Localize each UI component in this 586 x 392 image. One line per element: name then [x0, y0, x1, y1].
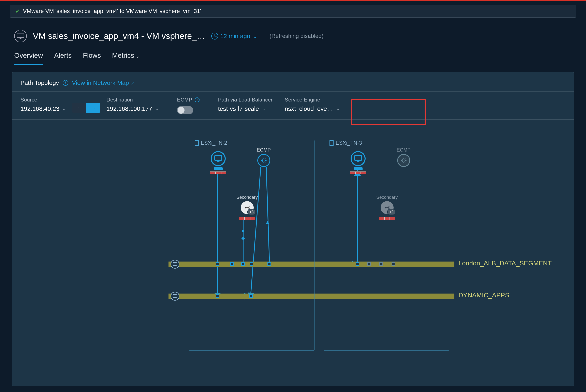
port[interactable]	[249, 294, 253, 298]
secondary-node-1[interactable]: +3	[241, 201, 254, 214]
destination-label: Destination	[106, 97, 159, 103]
svg-point-23	[389, 206, 390, 207]
external-link-icon: ↗	[131, 80, 135, 86]
vm-header-icon	[14, 30, 27, 42]
segment-icon[interactable]: ☰	[171, 292, 179, 301]
host-box-2: ESXi_TN-3	[324, 140, 449, 351]
ecmp-node-2[interactable]	[397, 154, 410, 167]
port[interactable]	[379, 262, 383, 266]
highlight-annotation	[351, 99, 426, 125]
host-header-1[interactable]: ESXi_TN-2	[193, 140, 229, 146]
check-icon: ✔	[16, 8, 20, 14]
port[interactable]	[241, 262, 245, 266]
monitor-icon	[17, 33, 24, 39]
direction-right-button[interactable]: →	[86, 103, 100, 113]
port[interactable]	[216, 262, 219, 266]
chevron-down-icon: ⌄	[63, 106, 66, 111]
chevron-down-icon: ⌄	[136, 54, 140, 59]
svg-rect-16	[355, 156, 362, 160]
search-text: VMware VM 'sales_invoice_app_vm4' to VMw…	[23, 8, 201, 14]
segment-label-2: DYNAMIC_APPS	[458, 292, 509, 299]
host-icon	[195, 140, 199, 146]
source-dropdown[interactable]: 192.168.40.23 ⌄	[21, 105, 66, 113]
source-label: Source	[21, 97, 66, 103]
direction-toggle[interactable]: ← →	[72, 103, 100, 113]
port[interactable]	[356, 262, 359, 266]
port[interactable]	[216, 294, 219, 298]
nic-bar	[350, 172, 366, 174]
info-icon[interactable]: i	[195, 98, 199, 102]
nic-bar	[210, 172, 226, 174]
service-engine-dropdown[interactable]: nsxt_cloud_ove… ⌄	[285, 105, 340, 113]
ecmp-toggle[interactable]	[177, 106, 193, 114]
svg-rect-13	[215, 156, 222, 160]
info-icon[interactable]: i	[63, 80, 68, 86]
topology-canvas[interactable]: ☰ ☰ London_ALB_DATA_SEGMENT DYNAMIC_APPS…	[12, 140, 574, 373]
chevron-down-icon: ⌄	[262, 106, 265, 111]
clock-icon	[211, 32, 218, 40]
secondary-label-2: Secondary	[376, 195, 398, 200]
destination-dropdown[interactable]: 192.168.100.177 ⌄	[106, 105, 159, 113]
segment-label-1: London_ALB_DATA_SEGMENT	[458, 260, 551, 267]
host-icon	[330, 140, 334, 146]
chevron-down-icon: ⌄	[252, 32, 257, 40]
direction-left-button[interactable]: ←	[72, 103, 86, 113]
load-balancer-label: Path via Load Balancer	[218, 97, 272, 103]
page-title: VM sales_invoice_app_vm4 - VM vsphere_…	[33, 31, 205, 41]
tab-overview[interactable]: Overview	[14, 52, 43, 65]
port[interactable]	[250, 262, 253, 266]
port[interactable]	[392, 262, 395, 266]
vm-node-1[interactable]	[211, 151, 226, 166]
tab-flows[interactable]: Flows	[83, 52, 101, 65]
secondary-label-1: Secondary	[236, 195, 258, 200]
secondary-badge-1: +3	[247, 209, 256, 215]
panel-title: Path Topology	[21, 80, 59, 86]
ecmp-label: ECMP	[177, 97, 192, 103]
nic-bar	[239, 217, 255, 220]
ecmp-node-1[interactable]	[257, 154, 270, 167]
service-engine-label: Service Engine	[285, 97, 340, 103]
search-bar[interactable]: ✔ VMware VM 'sales_invoice_app_vm4' to V…	[10, 5, 576, 18]
time-dropdown[interactable]: 12 min ago ⌄	[211, 32, 257, 40]
port[interactable]	[267, 262, 271, 266]
port[interactable]	[367, 262, 371, 266]
view-network-map-link[interactable]: View in Network Map ↗	[72, 80, 135, 86]
secondary-node-2[interactable]: +2	[381, 201, 394, 214]
nic-bar	[379, 217, 395, 220]
tab-alerts[interactable]: Alerts	[54, 52, 72, 65]
ecmp-label-1: ECMP	[257, 147, 271, 153]
vm-node-2[interactable]	[351, 151, 366, 166]
host-header-2[interactable]: ESXi_TN-3	[328, 140, 364, 146]
tab-metrics[interactable]: Metrics⌄	[112, 52, 140, 65]
port[interactable]	[230, 262, 234, 266]
host-box-1: ESXi_TN-2	[189, 140, 315, 351]
secondary-badge-2: +2	[387, 209, 396, 215]
segment-icon[interactable]: ☰	[171, 260, 179, 269]
svg-rect-0	[17, 33, 24, 38]
svg-point-20	[249, 206, 250, 207]
load-balancer-dropdown[interactable]: test-vs-l7-scale ⌄	[218, 105, 272, 113]
chevron-down-icon: ⌄	[336, 106, 340, 111]
refresh-status: (Refreshing disabled)	[269, 33, 324, 39]
ecmp-label-2: ECMP	[397, 147, 411, 153]
chevron-down-icon: ⌄	[155, 106, 159, 111]
